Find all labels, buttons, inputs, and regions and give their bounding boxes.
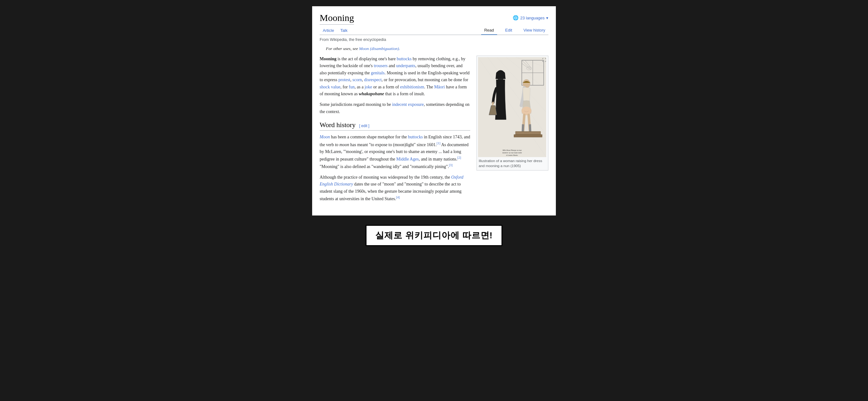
disambig-text: For other uses, see xyxy=(326,46,359,51)
bold-term: Mooning xyxy=(320,57,337,61)
chevron-down-icon: ▾ xyxy=(546,15,548,20)
link-joke[interactable]: joke xyxy=(365,85,372,89)
figure-box: Mlle Rosa Pitargo va nue montrer sa vue … xyxy=(476,56,548,170)
link-disrespect[interactable]: disrespect xyxy=(364,77,381,82)
svg-point-16 xyxy=(522,106,531,115)
link-scorn[interactable]: scorn xyxy=(352,77,362,82)
link-buttocks[interactable]: buttocks xyxy=(397,57,411,61)
tab-bar: Article Talk Read Edit View history xyxy=(320,26,548,35)
link-maori[interactable]: Māori xyxy=(434,85,445,89)
indecent-exposure-paragraph: Some jurisdictions regard mooning to be … xyxy=(320,101,470,115)
link-underpants[interactable]: underpants xyxy=(396,63,415,68)
whakapohane: whakapohane xyxy=(359,92,384,96)
disambig-notice: For other uses, see Moon (disambiguation… xyxy=(326,46,548,51)
expand-icon[interactable]: ⛶ xyxy=(542,58,546,63)
figure-image: Mlle Rosa Pitargo va nue montrer sa vue … xyxy=(478,57,546,157)
bottom-banner: 실제로 위키피디아에 따르면! xyxy=(366,225,502,246)
disambig-link[interactable]: Moon (disambiguation). xyxy=(359,46,400,51)
section-title-text: Word history xyxy=(320,121,355,129)
link-fun[interactable]: fun xyxy=(349,85,354,89)
tab-bar-right: Read Edit View history xyxy=(481,26,548,35)
language-count: 23 languages xyxy=(520,15,545,20)
link-buttocks-2[interactable]: buttocks xyxy=(408,135,423,139)
link-genitals[interactable]: genitals xyxy=(371,71,384,75)
tab-bar-left: Article Talk xyxy=(320,26,350,35)
svg-text:montrer sa vue toute nette: montrer sa vue toute nette xyxy=(502,152,522,154)
illustration-svg: Mlle Rosa Pitargo va nue montrer sa vue … xyxy=(478,57,546,157)
content-body: Mooning is the act of displaying one's b… xyxy=(320,56,548,206)
link-oed[interactable]: Oxford English Dictionary xyxy=(320,175,463,187)
link-moon-italic[interactable]: Moon xyxy=(320,135,330,139)
page-title: Mooning xyxy=(320,12,354,25)
tab-article[interactable]: Article xyxy=(320,26,337,35)
link-indecent-exposure[interactable]: indecent exposure xyxy=(392,102,424,107)
link-exhibitionism[interactable]: exhibitionism xyxy=(400,85,424,89)
wiki-page: Mooning 🌐 23 languages ▾ Article Talk Re… xyxy=(312,6,556,215)
section-edit-link[interactable]: [ edit ] xyxy=(359,124,369,128)
text-content: Mooning is the act of displaying one's b… xyxy=(320,56,470,206)
word-history-para-2: Although the practice of mooning was wid… xyxy=(320,174,470,202)
source-line: From Wikipedia, the free encyclopedia xyxy=(320,37,548,42)
link-protest[interactable]: protest xyxy=(338,77,350,82)
tab-view-history[interactable]: View history xyxy=(520,26,548,35)
tab-edit[interactable]: Edit xyxy=(502,26,515,35)
language-link[interactable]: 🌐 23 languages ▾ xyxy=(513,15,548,21)
page-header: Mooning 🌐 23 languages ▾ xyxy=(320,12,548,25)
section-word-history-title: Word history [ edit ] xyxy=(320,121,470,131)
svg-rect-18 xyxy=(514,135,542,137)
word-history-para-1: Moon has been a common shape metaphor fo… xyxy=(320,134,470,170)
link-trousers[interactable]: trousers xyxy=(374,63,388,68)
svg-text:Mlle Rosa Pitargo va nue: Mlle Rosa Pitargo va nue xyxy=(502,149,522,151)
svg-text:à Louise Husin.: à Louise Husin. xyxy=(506,154,518,156)
intro-paragraph: Mooning is the act of displaying one's b… xyxy=(320,56,470,97)
tab-talk[interactable]: Talk xyxy=(337,26,350,35)
tab-read[interactable]: Read xyxy=(481,26,497,35)
translate-icon: 🌐 xyxy=(513,15,519,21)
link-middle-ages[interactable]: Middle Ages xyxy=(396,157,419,162)
figure-caption: Illustration of a woman raising her dres… xyxy=(478,157,547,169)
link-shock-value[interactable]: shock value xyxy=(320,85,340,89)
